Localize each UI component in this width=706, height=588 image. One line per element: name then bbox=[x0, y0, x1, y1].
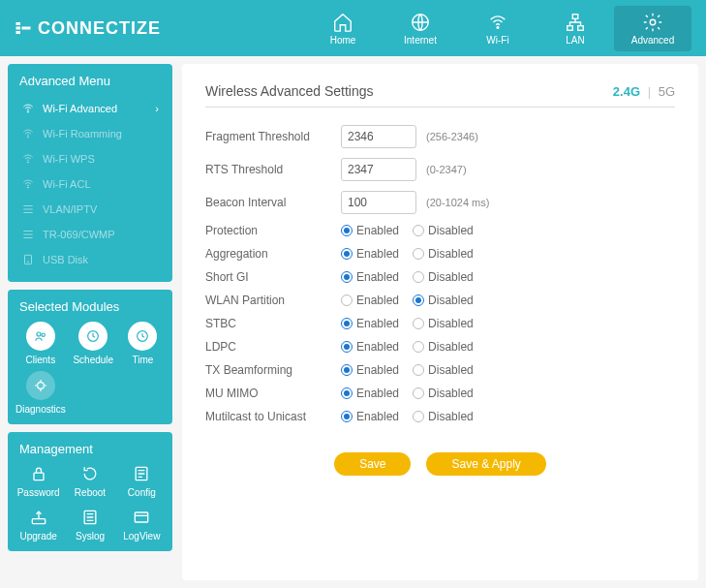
nav-home[interactable]: Home bbox=[304, 6, 382, 51]
nav-advanced[interactable]: Advanced bbox=[614, 6, 691, 51]
radio-enabled[interactable]: Enabled bbox=[341, 224, 399, 237]
sidebar-item-wi-fi-acl[interactable]: Wi-Fi ACL bbox=[15, 171, 165, 197]
panel-title: Management bbox=[15, 442, 165, 456]
selected-modules-panel: Selected Modules ClientsScheduleTimeDiag… bbox=[8, 290, 172, 424]
module-icon-circle bbox=[78, 322, 107, 351]
logview-icon bbox=[132, 508, 151, 527]
row-mu-mimo: MU MIMOEnabledDisabled bbox=[205, 387, 675, 400]
row-wlan-partition: WLAN PartitionEnabledDisabled bbox=[205, 294, 675, 307]
module-schedule[interactable]: Schedule bbox=[72, 322, 115, 365]
radio-dot-icon bbox=[341, 248, 353, 260]
radio-disabled[interactable]: Disabled bbox=[413, 410, 474, 423]
wifi-icon bbox=[487, 12, 508, 33]
module-clients[interactable]: Clients bbox=[15, 322, 66, 365]
mgmt-logview[interactable]: LogView bbox=[119, 508, 165, 542]
svg-point-17 bbox=[42, 333, 45, 336]
radio-enabled[interactable]: Enabled bbox=[341, 363, 399, 377]
mgmt-syslog[interactable]: Syslog bbox=[67, 508, 112, 542]
mgmt-config[interactable]: Config bbox=[119, 464, 165, 498]
sidebar-item-usb-disk[interactable]: USB Disk bbox=[15, 247, 165, 272]
nav-label: LAN bbox=[566, 35, 584, 46]
mgmt-upgrade[interactable]: Upgrade bbox=[15, 508, 61, 542]
band-tab-24g[interactable]: 2.4G bbox=[613, 84, 640, 99]
svg-point-9 bbox=[650, 19, 656, 25]
radio-dot-icon bbox=[341, 364, 353, 376]
chevron-right-icon: › bbox=[155, 103, 159, 114]
radio-disabled[interactable]: Disabled bbox=[413, 363, 474, 377]
radio-dot-icon bbox=[341, 411, 353, 422]
radio-dot-icon bbox=[413, 225, 424, 236]
radio-text: Enabled bbox=[356, 247, 399, 261]
radio-enabled[interactable]: Enabled bbox=[341, 270, 399, 284]
lock-icon bbox=[29, 464, 48, 483]
module-diagnostics[interactable]: Diagnostics bbox=[15, 371, 66, 415]
radio-dot-icon bbox=[413, 364, 424, 376]
module-icon-circle bbox=[26, 322, 55, 351]
module-icon-circle bbox=[128, 322, 157, 351]
svg-rect-7 bbox=[568, 25, 573, 30]
svg-rect-23 bbox=[32, 519, 45, 524]
radio-enabled[interactable]: Enabled bbox=[341, 340, 399, 354]
radio-dot-icon bbox=[341, 225, 353, 236]
radio-text: Enabled bbox=[356, 270, 399, 284]
radio-disabled[interactable]: Disabled bbox=[413, 294, 474, 307]
lan-icon bbox=[565, 12, 586, 33]
label-rts: RTS Threshold bbox=[205, 163, 341, 176]
upgrade-icon bbox=[29, 508, 48, 527]
save-apply-button[interactable]: Save & Apply bbox=[426, 452, 545, 476]
nav-wifi[interactable]: Wi-Fi bbox=[459, 6, 537, 51]
radio-enabled[interactable]: Enabled bbox=[341, 294, 399, 307]
mgmt-reboot[interactable]: Reboot bbox=[67, 464, 112, 498]
nav-label: Internet bbox=[404, 35, 437, 46]
sidebar-item-wi-fi-advanced[interactable]: Wi-Fi Advanced› bbox=[15, 96, 165, 121]
sidebar-item-tr-069-cwmp[interactable]: TR-069/CWMP bbox=[15, 222, 165, 247]
radio-text: Disabled bbox=[428, 294, 474, 307]
svg-point-5 bbox=[497, 26, 499, 28]
radio-disabled[interactable]: Disabled bbox=[413, 224, 474, 237]
row-protection: ProtectionEnabledDisabled bbox=[205, 224, 675, 237]
radio-text: Enabled bbox=[356, 340, 399, 354]
row-beacon: Beacon Interval (20-1024 ms) bbox=[205, 191, 675, 214]
module-label: Schedule bbox=[73, 355, 113, 365]
radio-label: LDPC bbox=[205, 340, 341, 354]
mgmt-password[interactable]: Password bbox=[15, 464, 61, 498]
row-stbc: STBCEnabledDisabled bbox=[205, 317, 675, 330]
radio-disabled[interactable]: Disabled bbox=[413, 270, 474, 284]
radio-text: Disabled bbox=[428, 340, 474, 354]
sidebar-item-wi-fi-roamming[interactable]: Wi-Fi Roamming bbox=[15, 121, 165, 146]
sidebar-item-vlan-iptv[interactable]: VLAN/IPTV bbox=[15, 197, 165, 222]
radio-enabled[interactable]: Enabled bbox=[341, 317, 399, 330]
radio-label: WLAN Partition bbox=[205, 294, 341, 307]
sidebar-item-label: TR-069/CWMP bbox=[43, 229, 115, 240]
nav-label: Home bbox=[330, 35, 356, 46]
nav-label: Advanced bbox=[631, 35, 674, 46]
row-fragment: Fragment Threshold (256-2346) bbox=[205, 125, 675, 148]
radio-disabled[interactable]: Disabled bbox=[413, 340, 474, 354]
nav-internet[interactable]: Internet bbox=[382, 6, 459, 51]
radio-disabled[interactable]: Disabled bbox=[413, 247, 474, 261]
radio-dot-icon bbox=[413, 294, 424, 306]
radio-enabled[interactable]: Enabled bbox=[341, 247, 399, 261]
top-nav: Home Internet Wi-Fi LAN Advanced bbox=[304, 6, 691, 51]
svg-rect-0 bbox=[16, 22, 21, 25]
svg-rect-2 bbox=[16, 31, 21, 34]
radio-group: EnabledDisabled bbox=[341, 224, 474, 237]
sidebar-item-wi-fi-wps[interactable]: Wi-Fi WPS bbox=[15, 146, 165, 171]
radio-enabled[interactable]: Enabled bbox=[341, 410, 399, 423]
mgmt-label: Syslog bbox=[76, 531, 105, 542]
input-rts[interactable] bbox=[341, 158, 416, 181]
input-fragment[interactable] bbox=[341, 125, 416, 148]
band-separator: | bbox=[648, 84, 651, 99]
sidebar-item-label: Wi-Fi Roamming bbox=[43, 128, 122, 139]
radio-group: EnabledDisabled bbox=[341, 410, 474, 423]
radio-text: Disabled bbox=[428, 224, 474, 237]
sidebar-item-label: Wi-Fi WPS bbox=[43, 153, 95, 165]
input-beacon[interactable] bbox=[341, 191, 416, 214]
radio-disabled[interactable]: Disabled bbox=[413, 387, 474, 400]
radio-enabled[interactable]: Enabled bbox=[341, 387, 399, 400]
nav-lan[interactable]: LAN bbox=[537, 6, 614, 51]
radio-disabled[interactable]: Disabled bbox=[413, 317, 474, 330]
save-button[interactable]: Save bbox=[334, 452, 411, 476]
band-tab-5g[interactable]: 5G bbox=[659, 84, 675, 99]
module-time[interactable]: Time bbox=[121, 322, 165, 365]
